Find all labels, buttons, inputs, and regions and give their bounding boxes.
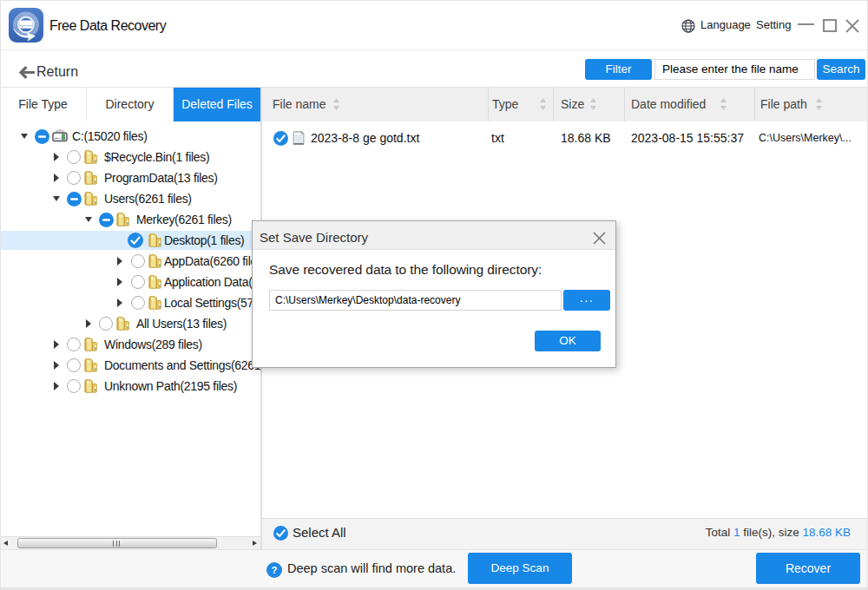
svg-text:?: ? (271, 565, 277, 575)
